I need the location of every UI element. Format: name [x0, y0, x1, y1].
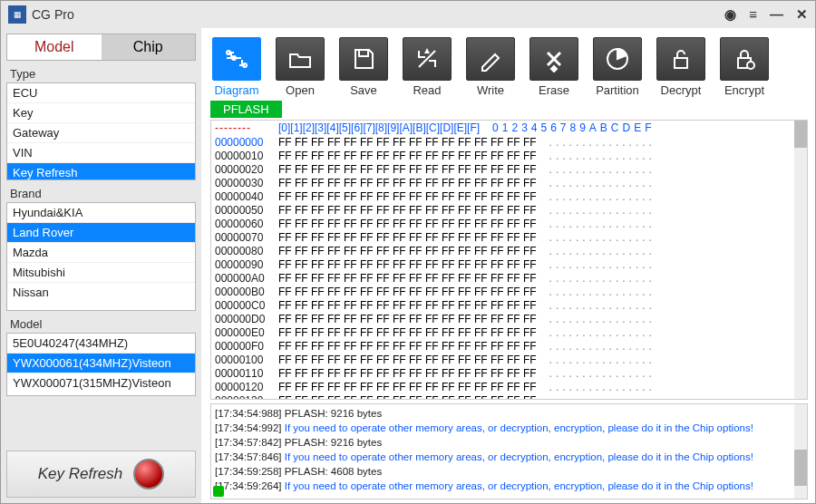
label-model: Model [6, 314, 196, 333]
svg-rect-4 [675, 58, 687, 68]
hex-row[interactable]: 000000D0 FF FF FF FF FF FF FF FF FF FF F… [211, 313, 807, 326]
hex-row[interactable]: 00000070 FF FF FF FF FF FF FF FF FF FF F… [211, 231, 807, 245]
tool-label: Encrypt [724, 83, 764, 97]
hex-row[interactable]: 00000050 FF FF FF FF FF FF FF FF FF FF F… [211, 204, 807, 218]
hex-row[interactable]: 00000030 FF FF FF FF FF FF FF FF FF FF F… [211, 177, 807, 190]
log-line: [17:34:59:264] If you need to operate ot… [215, 479, 803, 493]
tool-label: Partition [596, 83, 639, 97]
type-list[interactable]: ECUKeyGatewayVINKey Refresh [6, 82, 196, 180]
tool-label: Read [413, 83, 441, 97]
key-refresh-button[interactable]: Key Refresh [6, 451, 196, 498]
log-line: [17:34:54:992] If you need to operate ot… [215, 421, 803, 435]
tab-model[interactable]: Model [7, 34, 102, 60]
open-icon [276, 37, 325, 81]
minimize-icon[interactable]: — [770, 6, 783, 23]
sidebar-tabs: Model Chip [6, 34, 196, 61]
menu-icon[interactable]: ≡ [749, 6, 757, 23]
hex-row[interactable]: 00000080 FF FF FF FF FF FF FF FF FF FF F… [211, 245, 807, 258]
hex-row[interactable]: 00000040 FF FF FF FF FF FF FF FF FF FF F… [211, 190, 807, 204]
hex-row[interactable]: 000000B0 FF FF FF FF FF FF FF FF FF FF F… [211, 286, 807, 299]
hex-row[interactable]: 00000090 FF FF FF FF FF FF FF FF FF FF F… [211, 258, 807, 272]
dial-icon [133, 459, 164, 489]
list-item[interactable]: ECU [7, 83, 195, 103]
list-item[interactable]: VIN [7, 143, 195, 163]
diagram-button[interactable]: Diagram [212, 37, 261, 97]
open-button[interactable]: Open [276, 37, 325, 97]
list-item[interactable]: YWX000061(434MHZ)Visteon [7, 354, 195, 373]
status-ok-icon [213, 486, 224, 497]
hex-row[interactable]: 00000000 FF FF FF FF FF FF FF FF FF FF F… [211, 136, 807, 150]
log-scrollbar[interactable] [794, 404, 807, 499]
hex-row[interactable]: 000000C0 FF FF FF FF FF FF FF FF FF FF F… [211, 299, 807, 313]
content-area: DiagramOpenSaveReadWriteErasePartitionDe… [201, 28, 815, 503]
main-layout: Model Chip Type ECUKeyGatewayVINKey Refr… [1, 28, 815, 503]
tool-label: Save [350, 83, 377, 97]
hex-row[interactable]: 000000E0 FF FF FF FF FF FF FF FF FF FF F… [211, 326, 807, 340]
list-item[interactable]: Nissan [7, 283, 195, 302]
hex-row[interactable]: 00000110 FF FF FF FF FF FF FF FF FF FF F… [211, 367, 807, 381]
write-icon [466, 37, 515, 81]
tab-chip[interactable]: Chip [102, 34, 196, 60]
log-line: [17:34:57:842] PFLASH: 9216 bytes [215, 435, 803, 450]
diagram-icon [212, 37, 261, 81]
hex-row[interactable]: 00000100 FF FF FF FF FF FF FF FF FF FF F… [211, 354, 807, 367]
window-title: CG Pro [32, 7, 724, 22]
tool-label: Diagram [214, 83, 258, 97]
log-line: [17:34:54:988] PFLASH: 9216 bytes [215, 406, 803, 421]
key-refresh-label: Key Refresh [38, 465, 123, 483]
save-icon [339, 37, 388, 81]
tool-label: Write [477, 83, 504, 97]
close-icon[interactable]: ✕ [796, 6, 808, 23]
memory-tab-pflash[interactable]: PFLASH [210, 101, 282, 118]
label-brand: Brand [6, 183, 196, 202]
hex-row[interactable]: 00000130 FF FF FF FF FF FF FF FF FF FF F… [211, 394, 807, 400]
toolbar: DiagramOpenSaveReadWriteErasePartitionDe… [201, 28, 815, 101]
app-logo: ▦ [8, 5, 26, 24]
tool-label: Decrypt [661, 83, 702, 97]
hex-viewer[interactable]: --------[0][1][2][3][4][5][6][7][8][9][A… [210, 120, 808, 400]
svg-point-6 [747, 62, 754, 69]
user-icon[interactable]: ◉ [724, 6, 736, 23]
list-item[interactable]: Hyundai&KIA [7, 203, 195, 223]
read-icon [403, 37, 452, 81]
hex-row[interactable]: 00000010 FF FF FF FF FF FF FF FF FF FF F… [211, 150, 807, 163]
encrypt-icon [720, 37, 769, 81]
sidebar: Model Chip Type ECUKeyGatewayVINKey Refr… [1, 28, 201, 503]
list-item[interactable]: YWX000071(315MHZ)Visteon [7, 373, 195, 393]
log-viewer[interactable]: [17:34:54:988] PFLASH: 9216 bytes[17:34:… [210, 403, 808, 499]
hex-row[interactable]: 00000020 FF FF FF FF FF FF FF FF FF FF F… [211, 163, 807, 177]
model-list[interactable]: 5E0U40247(434MHZ)YWX000061(434MHZ)Visteo… [6, 333, 196, 396]
erase-icon [529, 37, 578, 81]
log-scrollbar-thumb[interactable] [794, 450, 807, 486]
write-button[interactable]: Write [466, 37, 515, 97]
list-item[interactable]: Mitsubishi [7, 263, 195, 283]
window-controls: ◉ ≡ — ✕ [724, 6, 808, 23]
erase-button[interactable]: Erase [529, 37, 578, 97]
hex-row[interactable]: 000000A0 FF FF FF FF FF FF FF FF FF FF F… [211, 272, 807, 286]
hex-scrollbar[interactable] [794, 121, 807, 399]
log-line: [17:34:59:258] PFLASH: 4608 bytes [215, 464, 803, 479]
tool-label: Open [286, 83, 315, 97]
partition-icon [593, 37, 642, 81]
list-item[interactable]: Mazda [7, 243, 195, 263]
list-item[interactable]: Gateway [7, 123, 195, 143]
brand-list[interactable]: Hyundai&KIALand RoverMazdaMitsubishiNiss… [6, 202, 196, 311]
titlebar: ▦ CG Pro ◉ ≡ — ✕ [1, 1, 815, 28]
list-item[interactable]: 5E0U40247(434MHZ) [7, 334, 195, 354]
save-button[interactable]: Save [339, 37, 388, 97]
decrypt-icon [656, 37, 705, 81]
list-item[interactable]: Key Refresh [7, 163, 195, 180]
label-type: Type [6, 63, 196, 82]
log-line: [17:34:57:846] If you need to operate ot… [215, 450, 803, 464]
read-button[interactable]: Read [403, 37, 452, 97]
hex-row[interactable]: 000000F0 FF FF FF FF FF FF FF FF FF FF F… [211, 340, 807, 354]
partition-button[interactable]: Partition [593, 37, 642, 97]
hex-scrollbar-thumb[interactable] [794, 121, 807, 148]
hex-row[interactable]: 00000120 FF FF FF FF FF FF FF FF FF FF F… [211, 381, 807, 394]
encrypt-button[interactable]: Encrypt [720, 37, 769, 97]
hex-row[interactable]: 00000060 FF FF FF FF FF FF FF FF FF FF F… [211, 218, 807, 231]
tool-label: Erase [539, 83, 569, 97]
list-item[interactable]: Key [7, 103, 195, 123]
list-item[interactable]: Land Rover [7, 223, 195, 243]
decrypt-button[interactable]: Decrypt [656, 37, 705, 97]
